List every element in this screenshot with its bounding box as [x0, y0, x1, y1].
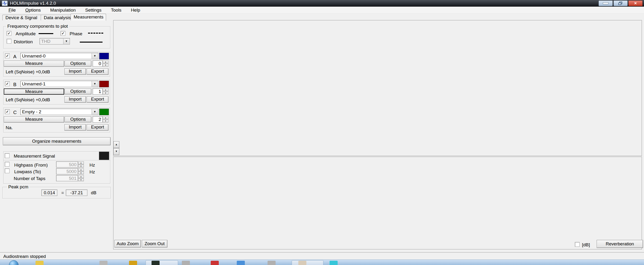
- distortion-type-combo[interactable]: THD▼: [40, 38, 70, 44]
- taskbar-icon[interactable]: [182, 261, 190, 265]
- measurement-a-color-swatch[interactable]: [99, 53, 109, 59]
- measurement-c-checkbox[interactable]: ✓: [5, 109, 10, 114]
- auto-zoom-button[interactable]: Auto Zoom: [114, 240, 141, 248]
- taps-spinner[interactable]: 501 ▴▾: [56, 175, 84, 181]
- tab-measurements[interactable]: Measurements: [70, 14, 106, 20]
- measurement-c-export-button[interactable]: Export: [87, 124, 108, 131]
- measurement-c-id: C: [13, 110, 16, 115]
- menu-item-file[interactable]: File: [4, 7, 20, 13]
- zoom-out-button[interactable]: Zoom Out: [142, 240, 168, 248]
- measurement-a-export-button[interactable]: Export: [87, 68, 108, 75]
- measurement-c-options-button[interactable]: Options: [65, 116, 92, 122]
- amplitude-scroll-down-button[interactable]: ▼: [114, 148, 119, 155]
- measurement-signal-checkbox[interactable]: [5, 153, 10, 158]
- measurement-a-name-combo[interactable]: Unnamed-0▼: [20, 53, 98, 59]
- phase-label: Phase: [70, 31, 82, 36]
- taskbar-icon[interactable]: [129, 261, 137, 265]
- spin-down-icon[interactable]: ▾: [103, 119, 108, 123]
- spin-down-icon[interactable]: ▾: [103, 92, 108, 95]
- highpass-spinner[interactable]: 500 ▴▾: [56, 161, 84, 168]
- measurement-b-checkbox[interactable]: ✓: [5, 81, 10, 86]
- highpass-checkbox[interactable]: [5, 162, 10, 167]
- taps-label: Number of Taps: [14, 176, 46, 181]
- lowpass-checkbox[interactable]: [5, 168, 10, 173]
- taskbar-icon[interactable]: [152, 261, 160, 265]
- taskbar-button[interactable]: [292, 260, 324, 265]
- restore-button[interactable]: [614, 0, 628, 6]
- spin-up-icon[interactable]: ▴: [78, 161, 84, 164]
- measurement-b-index-spinner[interactable]: 1 ▴▾: [92, 88, 108, 95]
- highpass-label: Highpass (From): [14, 163, 48, 168]
- measurement-a-index-spinner[interactable]: 0 ▴▾: [92, 60, 108, 67]
- lowpass-spinner[interactable]: 5000 ▴▾: [56, 168, 84, 174]
- taskbar-icon[interactable]: [330, 261, 338, 265]
- measurement-c-measure-button[interactable]: Measure: [4, 116, 64, 123]
- measurement-b-export-button[interactable]: Export: [87, 96, 108, 103]
- organize-measurements-button[interactable]: Organize measurements: [3, 137, 110, 145]
- chevron-down-icon[interactable]: ▼: [92, 81, 98, 87]
- minimize-button[interactable]: [598, 0, 613, 6]
- measurement-c-name-combo[interactable]: Empty - 2▼: [20, 109, 98, 115]
- taskbar-icon[interactable]: [268, 261, 276, 265]
- impulse-response-panel[interactable]: [113, 157, 642, 250]
- menu-item-settings[interactable]: Settings: [81, 7, 106, 13]
- amplitude-scroll-up-button[interactable]: ▲: [114, 141, 119, 148]
- distortion-line-sample: [80, 42, 102, 43]
- measurement-b-import-button[interactable]: Import: [64, 96, 86, 103]
- amplitude-checkbox[interactable]: ✓: [7, 31, 11, 36]
- phase-checkbox[interactable]: ✓: [60, 31, 65, 36]
- taskbar-icon[interactable]: [100, 261, 108, 265]
- menu-item-tools[interactable]: Tools: [107, 7, 126, 13]
- menu-item-options[interactable]: Options: [21, 7, 45, 13]
- taskbar-icon[interactable]: [211, 261, 219, 265]
- spin-up-icon[interactable]: ▴: [78, 168, 84, 171]
- distortion-checkbox[interactable]: [7, 39, 11, 43]
- measurement-c-index-spinner[interactable]: 2 ▴▾: [92, 116, 108, 123]
- menu-item-manipulation[interactable]: Manipulation: [46, 7, 80, 13]
- measurement-b-name-combo[interactable]: Unnamed-1▼: [20, 81, 98, 87]
- measurement-c-import-button[interactable]: Import: [64, 124, 86, 131]
- start-orb[interactable]: [9, 260, 18, 265]
- measurement-c-color-swatch[interactable]: [99, 109, 109, 115]
- close-button[interactable]: ✕: [628, 0, 642, 6]
- taskbar-icon[interactable]: [237, 261, 245, 265]
- spin-down-icon[interactable]: ▾: [78, 172, 84, 175]
- spin-up-icon[interactable]: ▴: [103, 60, 108, 63]
- menu-item-help[interactable]: Help: [127, 7, 144, 13]
- spin-down-icon[interactable]: ▾: [78, 165, 84, 168]
- measurement-a-status: Left (SqNoise) +0,0dB: [6, 69, 50, 74]
- highpass-unit: Hz: [90, 163, 95, 168]
- db-checkbox[interactable]: [575, 242, 580, 247]
- spin-up-icon[interactable]: ▴: [78, 175, 84, 178]
- db-checkbox-label: [dB]: [582, 242, 590, 248]
- measurement-b-color-swatch[interactable]: [99, 81, 109, 87]
- chevron-down-icon[interactable]: ▼: [92, 109, 98, 115]
- spin-up-icon[interactable]: ▴: [103, 116, 108, 119]
- measurement-a-options-button[interactable]: Options: [65, 61, 92, 66]
- spin-up-icon[interactable]: ▴: [103, 88, 108, 91]
- lowpass-unit: Hz: [90, 169, 95, 175]
- taskbar[interactable]: [0, 260, 644, 265]
- measurement-a-import-button[interactable]: Import: [64, 68, 86, 75]
- measurement-a-checkbox[interactable]: ✓: [5, 53, 10, 58]
- taskbar-button[interactable]: [146, 260, 178, 265]
- measurement-signal-color-swatch[interactable]: [99, 152, 109, 160]
- measurement-b-measure-button[interactable]: Measure: [4, 88, 64, 95]
- window-title: HOLMImpulse v1.4.2.0: [10, 1, 56, 6]
- spin-down-icon[interactable]: ▾: [78, 178, 84, 182]
- chevron-down-icon[interactable]: ▼: [92, 53, 98, 59]
- frequency-response-panel[interactable]: [113, 20, 642, 156]
- taskbar-icon[interactable]: [298, 261, 306, 265]
- measurement-a-measure-button[interactable]: Measure: [4, 61, 64, 67]
- frequency-response-chart[interactable]: [114, 20, 642, 156]
- spin-down-icon[interactable]: ▾: [103, 64, 108, 67]
- minimize-icon: [603, 2, 608, 4]
- reverberation-button[interactable]: Reverberation: [597, 240, 643, 248]
- measurement-b-options-button[interactable]: Options: [65, 88, 92, 94]
- taskbar-icon[interactable]: [36, 261, 44, 265]
- chevron-down-icon[interactable]: ▼: [63, 38, 69, 44]
- impulse-response-chart[interactable]: [114, 157, 642, 249]
- status-bar: Audiostream stopped: [0, 252, 644, 260]
- title-bar[interactable]: HOLMImpulse v1.4.2.0 ✕: [0, 0, 644, 7]
- tab-device-signal[interactable]: Device & Signal: [2, 15, 46, 20]
